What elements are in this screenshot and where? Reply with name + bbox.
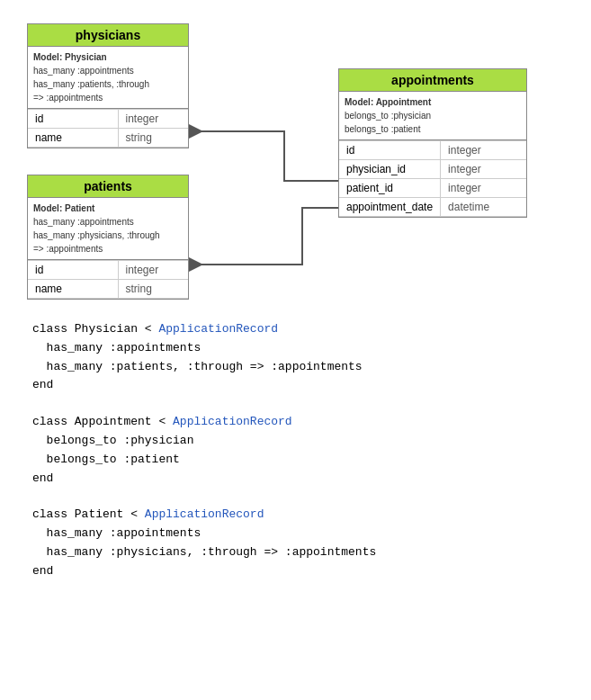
- code-line: belongs_to :patient: [32, 451, 559, 470]
- field-name: appointment_date: [339, 198, 441, 217]
- appointments-rows: id integer physician_id integer patient_…: [339, 140, 526, 217]
- code-line: end: [32, 562, 559, 581]
- patients-rows: id integer name string: [28, 260, 188, 299]
- table-row: physician_id integer: [339, 160, 526, 179]
- code-section: class Physician < ApplicationRecord has_…: [14, 320, 577, 581]
- patients-header: patients: [28, 175, 188, 198]
- field-type: integer: [441, 179, 526, 198]
- appointments-info: Model: Appointment belongs_to :physician…: [339, 92, 526, 140]
- physician-relation-arrow: [189, 131, 338, 181]
- physicians-header: physicians: [28, 24, 188, 47]
- field-name: id: [339, 141, 441, 160]
- patient-relation-arrow: [189, 208, 338, 265]
- table-row: name string: [28, 280, 188, 299]
- table-row: id integer: [28, 110, 188, 129]
- table-row: name string: [28, 129, 188, 148]
- field-name: name: [28, 280, 118, 299]
- field-type: datetime: [441, 198, 526, 217]
- code-line: has_many :patients, :through => :appoint…: [32, 358, 559, 377]
- field-type: integer: [441, 160, 526, 179]
- table-row: patient_id integer: [339, 179, 526, 198]
- field-name: physician_id: [339, 160, 441, 179]
- field-type: integer: [441, 141, 526, 160]
- code-line: has_many :appointments: [32, 525, 559, 543]
- field-type: integer: [118, 261, 188, 280]
- field-name: id: [28, 261, 118, 280]
- physicians-rows: id integer name string: [28, 109, 188, 148]
- appointments-header: appointments: [339, 69, 526, 92]
- field-name: patient_id: [339, 179, 441, 198]
- appointment-code-block: class Appointment < ApplicationRecord be…: [32, 413, 559, 488]
- table-row: appointment_date datetime: [339, 198, 526, 217]
- erd-diagram: physicians Model: Physician has_many :ap…: [14, 14, 577, 302]
- code-line: end: [32, 470, 559, 489]
- field-type: string: [118, 129, 188, 148]
- physicians-entity: physicians Model: Physician has_many :ap…: [27, 23, 189, 148]
- code-line: has_many :appointments: [32, 339, 559, 358]
- physician-code-block: class Physician < ApplicationRecord has_…: [32, 320, 559, 395]
- table-row: id integer: [28, 261, 188, 280]
- code-line: belongs_to :physician: [32, 432, 559, 451]
- field-name: id: [28, 110, 118, 129]
- patients-info: Model: Patient has_many :appointments ha…: [28, 198, 188, 260]
- code-line: end: [32, 376, 559, 395]
- patients-entity: patients Model: Patient has_many :appoin…: [27, 175, 189, 300]
- field-name: name: [28, 129, 118, 148]
- field-type: string: [118, 280, 188, 299]
- appointments-entity: appointments Model: Appointment belongs_…: [338, 68, 527, 218]
- physicians-info: Model: Physician has_many :appointments …: [28, 47, 188, 109]
- code-line: class Appointment < ApplicationRecord: [32, 413, 559, 432]
- code-line: class Patient < ApplicationRecord: [32, 506, 559, 525]
- patient-code-block: class Patient < ApplicationRecord has_ma…: [32, 506, 559, 580]
- code-line: has_many :physicians, :through => :appoi…: [32, 543, 559, 562]
- field-type: integer: [118, 110, 188, 129]
- table-row: id integer: [339, 141, 526, 160]
- code-line: class Physician < ApplicationRecord: [32, 320, 559, 339]
